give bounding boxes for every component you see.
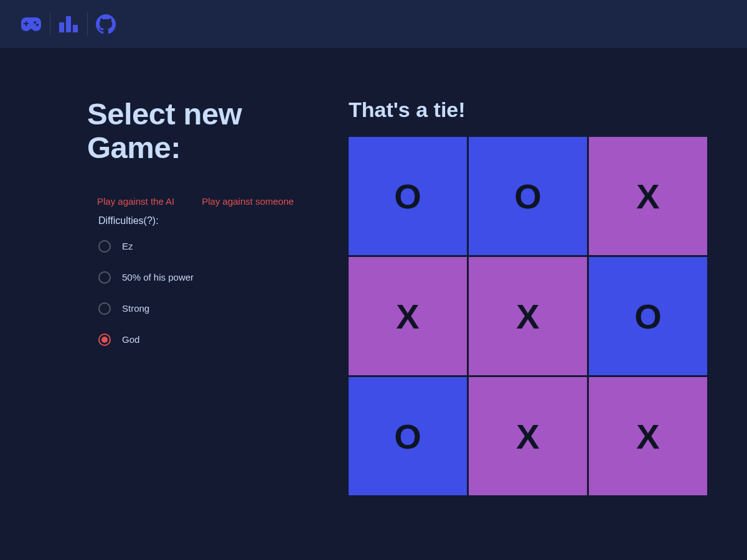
leaderboard-icon — [59, 16, 78, 32]
cell-0-0[interactable]: O — [349, 137, 467, 255]
cell-2-0[interactable]: O — [349, 377, 467, 495]
gamepad-icon — [21, 17, 41, 31]
difficulty-label: 50% of his power — [122, 272, 194, 282]
difficulty-ez[interactable]: Ez — [98, 240, 336, 253]
game-board: O O X X X O O X X — [349, 137, 710, 495]
cell-2-1[interactable]: X — [469, 377, 587, 495]
svg-rect-2 — [73, 25, 78, 32]
cell-1-0[interactable]: X — [349, 257, 467, 375]
difficulty-label: Strong — [122, 303, 149, 314]
radio-icon — [98, 334, 111, 346]
difficulty-radios: Ez 50% of his power Strong God — [87, 240, 336, 346]
game-status: That's a tie! — [349, 98, 710, 122]
difficulty-strong[interactable]: Strong — [98, 302, 336, 315]
cell-0-2[interactable]: X — [589, 137, 707, 255]
radio-icon — [98, 240, 111, 253]
cell-0-1[interactable]: O — [469, 137, 587, 255]
difficulty-label: Ez — [122, 241, 133, 251]
difficulty-label: God — [122, 334, 139, 345]
radio-icon — [98, 302, 111, 315]
top-nav — [0, 0, 747, 48]
radio-icon — [98, 271, 111, 284]
svg-rect-0 — [59, 22, 64, 32]
svg-rect-1 — [66, 16, 71, 32]
game-panel: That's a tie! O O X X X O O X X — [349, 98, 710, 495]
github-icon — [96, 14, 116, 34]
difficulties-label: Difficulties(?): — [87, 215, 336, 226]
mode-links: Play against the AI Play against someone — [87, 196, 336, 207]
difficulty-god[interactable]: God — [98, 334, 336, 346]
nav-play[interactable] — [12, 0, 50, 48]
difficulty-half[interactable]: 50% of his power — [98, 271, 336, 284]
nav-github[interactable] — [87, 0, 125, 48]
new-game-panel: Select new Game: Play against the AI Pla… — [87, 98, 336, 495]
main-content: Select new Game: Play against the AI Pla… — [0, 48, 747, 495]
mode-vs-human[interactable]: Play against someone — [202, 196, 294, 207]
page-title: Select new Game: — [87, 98, 336, 165]
nav-leaderboard[interactable] — [50, 0, 87, 48]
cell-1-2[interactable]: O — [589, 257, 707, 375]
mode-vs-ai[interactable]: Play against the AI — [97, 196, 174, 207]
cell-1-1[interactable]: X — [469, 257, 587, 375]
cell-2-2[interactable]: X — [589, 377, 707, 495]
